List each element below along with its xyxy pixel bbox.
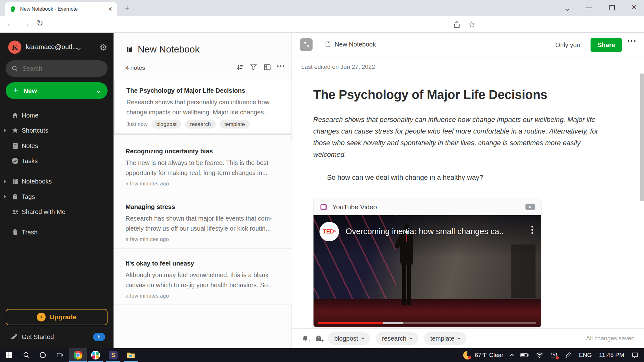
cortana-icon[interactable] [34, 348, 52, 362]
upgrade-label: Upgrade [50, 313, 76, 321]
window-close-button[interactable]: ✕ [631, 3, 637, 11]
editor-scrollbar[interactable] [640, 74, 644, 201]
forward-button-icon[interactable]: → [21, 19, 30, 29]
star-icon [11, 126, 19, 134]
reminder-bell-icon[interactable]: + [301, 335, 309, 343]
taskbar-slack-icon[interactable] [87, 348, 104, 362]
windows-taskbar: S 67°F Clear [0, 348, 644, 362]
note-card-time: Just now [126, 121, 147, 128]
note-paragraph[interactable]: Research shows that personality can infl… [313, 114, 613, 160]
note-card-title: It's okay to feel uneasy [125, 260, 282, 267]
note-tag[interactable]: template [220, 120, 250, 129]
note-card[interactable]: It's okay to feel uneasy Although you ma… [114, 249, 292, 304]
browser-tab[interactable]: New Notebook - Evernote ✕ [5, 2, 117, 16]
sidebar-item-home[interactable]: Home [0, 108, 114, 123]
account-avatar[interactable]: K [8, 41, 21, 54]
youtube-logo-icon[interactable] [525, 204, 535, 210]
sidebar-item-notes[interactable]: Notes [0, 138, 114, 153]
tab-close-icon[interactable]: ✕ [108, 6, 113, 13]
note-card-time: a few minutes ago [125, 293, 169, 299]
search-bar[interactable] [6, 60, 108, 77]
sidebar-item-notebooks[interactable]: Notebooks [0, 174, 114, 189]
sidebar-item-shortcuts[interactable]: Shortcuts [0, 123, 114, 138]
expand-arrow-icon[interactable] [4, 195, 6, 199]
new-button-chevron-icon[interactable] [97, 88, 100, 94]
note-tag[interactable]: blogpost [152, 120, 181, 129]
language-label[interactable]: ENG [579, 352, 592, 359]
sidebar-item-tags[interactable]: Tags [0, 189, 114, 204]
speaker-silhouette [397, 223, 417, 319]
taskbar-search-icon[interactable] [18, 348, 35, 362]
screen: New Notebook - Evernote ✕ + ✕ ← → ↻ ever… [0, 0, 644, 362]
header-divider [319, 40, 319, 50]
tab-search-chevron-icon[interactable] [566, 6, 569, 12]
battery-icon[interactable] [520, 353, 529, 357]
view-layout-icon[interactable] [263, 63, 271, 71]
sidebar-item-trash[interactable]: Trash [0, 225, 114, 240]
video-title[interactable]: Overcoming inertia: how small changes ca… [346, 227, 503, 236]
account-chevron-icon[interactable] [77, 45, 80, 51]
window-minimize-button[interactable] [586, 8, 592, 8]
search-input[interactable] [22, 65, 95, 72]
sidebar-item-tasks[interactable]: Tasks [0, 153, 114, 168]
notebook-chip-label[interactable]: New Notebook [335, 41, 376, 48]
tag-pill-blogpost[interactable]: blogpost [328, 332, 370, 345]
start-button[interactable] [0, 348, 18, 362]
expand-arrow-icon[interactable] [4, 129, 6, 132]
sidebar: K karamace@outl... ⚙ + New Home [0, 33, 114, 348]
task-view-icon[interactable] [50, 348, 68, 362]
note-card-selected[interactable]: The Psychology of Major Life Decisions R… [114, 80, 291, 134]
upgrade-button[interactable]: Upgrade [6, 309, 108, 325]
new-tab-button[interactable]: + [125, 3, 130, 13]
video-player[interactable]: TEDx Overcoming inertia: how small chang… [314, 215, 541, 327]
sidebar-item-shared-with-me[interactable]: Shared with Me [0, 204, 114, 219]
film-icon [320, 203, 327, 211]
share-icon[interactable] [453, 20, 461, 29]
taskbar-s-app-icon[interactable]: S [104, 348, 122, 362]
expand-arrow-icon[interactable] [4, 179, 6, 183]
notification-center-icon[interactable] [631, 351, 639, 359]
taskbar-chrome-icon[interactable] [69, 348, 87, 362]
tray-expand-chevron-icon[interactable] [511, 352, 513, 359]
expand-note-icon[interactable] [300, 38, 313, 51]
video-menu-icon[interactable] [531, 226, 533, 234]
note-card[interactable]: Managing stress Research has shown that … [114, 192, 292, 249]
tag-pill-research[interactable]: research [376, 332, 419, 345]
window-maximize-button[interactable] [609, 5, 615, 10]
rocket-icon [9, 333, 18, 341]
clock-label[interactable]: 11:45 PM [599, 352, 624, 359]
note-tag[interactable]: research [185, 120, 215, 129]
pen-icon[interactable] [565, 352, 572, 359]
new-note-button[interactable]: + New [6, 82, 108, 99]
settings-gear-icon[interactable]: ⚙ [99, 42, 107, 52]
system-tray: 67°F Clear ENG 11:45 PM [463, 348, 644, 362]
weather-widget[interactable]: 67°F Clear [463, 351, 503, 359]
tag-icon [11, 193, 19, 201]
note-title[interactable]: The Psychology of Major Life Decisions [313, 88, 547, 102]
add-tag-icon[interactable]: + [315, 335, 322, 342]
more-options-icon[interactable] [277, 65, 284, 67]
note-question[interactable]: So how can we deal with change in a heal… [327, 173, 483, 182]
note-card-snippet: Research has shown that major life event… [125, 213, 282, 233]
reload-button-icon[interactable]: ↻ [36, 19, 43, 28]
note-more-options-icon[interactable] [628, 40, 636, 42]
note-card-snippet: The new is not always to be feared. This… [125, 158, 282, 178]
account-name[interactable]: karamace@outl... [26, 43, 78, 51]
back-button-icon[interactable]: ← [6, 19, 15, 29]
note-card[interactable]: Recognizing uncertainty bias The new is … [114, 141, 292, 192]
tag-pill-template[interactable]: template [424, 332, 466, 345]
filter-icon[interactable] [249, 63, 258, 71]
audience-label[interactable]: Only you [555, 41, 580, 49]
wifi-icon[interactable] [536, 352, 543, 358]
taskbar-file-explorer-icon[interactable] [122, 348, 140, 362]
video-progress-bar[interactable] [318, 322, 536, 324]
get-started-badge: 6 [93, 333, 105, 341]
bolt-icon [37, 313, 46, 321]
sort-icon[interactable] [236, 63, 244, 71]
get-started-item[interactable]: Get Started 6 [0, 329, 114, 344]
sync-icon[interactable] [551, 352, 558, 359]
share-button[interactable]: Share [591, 38, 622, 52]
bookmark-star-icon[interactable]: ☆ [468, 19, 475, 30]
embed-label: YouTube Video [332, 203, 520, 211]
note-list-panel: New Notebook 4 notes The Psychology of M… [114, 33, 292, 348]
